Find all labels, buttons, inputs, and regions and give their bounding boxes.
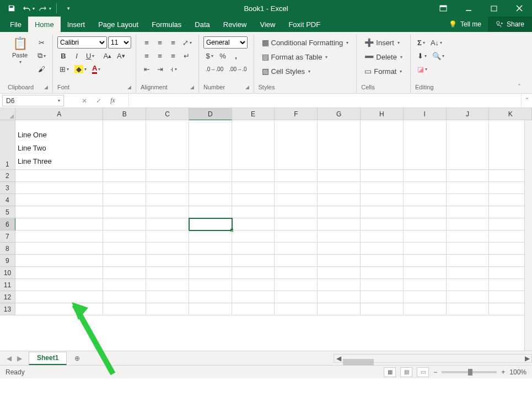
maximize-button[interactable]: [481, 0, 507, 17]
cell-D8[interactable]: [189, 243, 232, 255]
cell-D9[interactable]: [189, 255, 232, 267]
fill-color-button[interactable]: ◆▾: [72, 63, 89, 75]
cell-B10[interactable]: [103, 267, 146, 279]
cell-A12[interactable]: [15, 291, 103, 303]
wrap-text-button[interactable]: ↵: [180, 50, 192, 62]
zoom-out-button[interactable]: −: [433, 368, 437, 376]
sheet-tab[interactable]: Sheet1: [29, 352, 67, 365]
column-header-H[interactable]: H: [361, 108, 404, 120]
paste-button[interactable]: 📋 Paste ▾: [8, 36, 32, 65]
cell-C6[interactable]: [146, 218, 189, 230]
cell-I6[interactable]: [404, 218, 447, 230]
save-button[interactable]: [4, 1, 19, 15]
cell-I5[interactable]: [404, 206, 447, 218]
cell-E11[interactable]: [232, 279, 275, 291]
find-select-button[interactable]: 🔍▾: [430, 50, 447, 62]
redo-button[interactable]: ▾: [37, 1, 52, 15]
cell-H12[interactable]: [361, 291, 404, 303]
cell-I8[interactable]: [404, 243, 447, 255]
cell-F11[interactable]: [275, 279, 318, 291]
cell-E9[interactable]: [232, 255, 275, 267]
cell-B11[interactable]: [103, 279, 146, 291]
zoom-level[interactable]: 100%: [509, 368, 526, 376]
cell-E3[interactable]: [232, 182, 275, 194]
comma-format-button[interactable]: ,: [230, 50, 242, 62]
row-header-9[interactable]: 9: [0, 255, 15, 267]
vertical-scrollbar[interactable]: [524, 120, 532, 351]
cell-B9[interactable]: [103, 255, 146, 267]
undo-button[interactable]: ▾: [21, 1, 35, 15]
cell-I9[interactable]: [404, 255, 447, 267]
cell-B7[interactable]: [103, 230, 146, 243]
cell-J2[interactable]: [447, 170, 490, 182]
cell-A3[interactable]: [15, 182, 103, 194]
cell-D12[interactable]: [189, 291, 232, 303]
clear-button[interactable]: ◪▾: [415, 63, 429, 75]
cell-J5[interactable]: [447, 206, 490, 218]
cell-A7[interactable]: [15, 230, 103, 243]
cell-E13[interactable]: [232, 303, 275, 315]
increase-indent-button[interactable]: ⇥: [154, 63, 166, 75]
accounting-format-button[interactable]: $▾: [203, 50, 216, 62]
cell-F6[interactable]: [275, 218, 318, 230]
column-header-E[interactable]: E: [232, 108, 275, 120]
cell-J9[interactable]: [447, 255, 490, 267]
minimize-button[interactable]: [456, 0, 481, 17]
cell-J3[interactable]: [447, 182, 490, 194]
cell-E6[interactable]: [232, 218, 275, 230]
cell-G13[interactable]: [318, 303, 361, 315]
cell-B8[interactable]: [103, 243, 146, 255]
row-header-7[interactable]: 7: [0, 230, 15, 243]
cell-I1[interactable]: [404, 120, 447, 170]
cell-C4[interactable]: [146, 194, 189, 206]
scroll-right-button[interactable]: ▶: [523, 355, 531, 362]
cell-B5[interactable]: [103, 206, 146, 218]
cell-A2[interactable]: [15, 170, 103, 182]
select-all-button[interactable]: [0, 108, 15, 120]
column-header-I[interactable]: I: [404, 108, 447, 120]
clipboard-launcher-icon[interactable]: ◢: [44, 84, 48, 90]
cell-D2[interactable]: [189, 170, 232, 182]
row-header-8[interactable]: 8: [0, 243, 15, 255]
grow-font-button[interactable]: A▴: [101, 50, 114, 62]
cell-G9[interactable]: [318, 255, 361, 267]
cell-H11[interactable]: [361, 279, 404, 291]
cell-G7[interactable]: [318, 230, 361, 243]
cell-styles-button[interactable]: ▧Cell Styles▾: [259, 65, 352, 77]
row-header-2[interactable]: 2: [0, 170, 15, 182]
cell-C8[interactable]: [146, 243, 189, 255]
conditional-formatting-button[interactable]: ▦Conditional Formatting▾: [259, 36, 352, 49]
tab-view[interactable]: View: [253, 17, 282, 32]
column-header-J[interactable]: J: [447, 108, 490, 120]
cell-I12[interactable]: [404, 291, 447, 303]
zoom-in-button[interactable]: +: [501, 368, 505, 376]
cell-H3[interactable]: [361, 182, 404, 194]
cell-J10[interactable]: [447, 267, 490, 279]
row-header-10[interactable]: 10: [0, 267, 15, 279]
next-sheet-button[interactable]: ▶: [17, 355, 22, 362]
fill-button[interactable]: ⬇▾: [415, 50, 429, 62]
cell-H1[interactable]: [361, 120, 404, 170]
insert-function-button[interactable]: fx: [110, 96, 115, 105]
row-header-6[interactable]: 6: [0, 218, 15, 230]
cell-D7[interactable]: [189, 230, 232, 243]
row-header-3[interactable]: 3: [0, 182, 15, 194]
align-center-button[interactable]: ≡: [154, 50, 166, 62]
column-header-F[interactable]: F: [275, 108, 318, 120]
format-as-table-button[interactable]: ▤Format as Table▾: [259, 51, 352, 63]
cell-C7[interactable]: [146, 230, 189, 243]
cell-I4[interactable]: [404, 194, 447, 206]
tab-page-layout[interactable]: Page Layout: [92, 17, 145, 32]
decrease-indent-button[interactable]: ⇤: [141, 63, 153, 75]
cell-D5[interactable]: [189, 206, 232, 218]
page-break-view-button[interactable]: ▭: [417, 367, 429, 377]
italic-button[interactable]: I: [71, 50, 83, 62]
percent-format-button[interactable]: %: [217, 50, 229, 62]
cell-C11[interactable]: [146, 279, 189, 291]
scroll-thumb[interactable]: [343, 359, 374, 366]
align-middle-button[interactable]: ≡: [154, 36, 166, 49]
cell-E7[interactable]: [232, 230, 275, 243]
share-button[interactable]: Share: [488, 17, 532, 32]
cell-D11[interactable]: [189, 279, 232, 291]
cell-B2[interactable]: [103, 170, 146, 182]
